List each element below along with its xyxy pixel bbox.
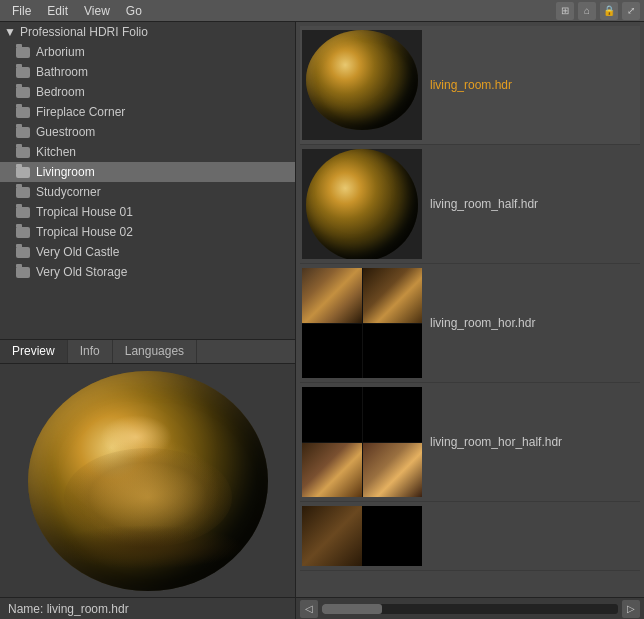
strips-half-thumb [302, 387, 422, 497]
sidebar-item-label: Bedroom [36, 85, 85, 99]
menu-file[interactable]: File [4, 2, 39, 20]
folder-icon [16, 247, 30, 258]
monitor-icon[interactable]: ⊞ [556, 2, 574, 20]
sidebar-item-label: Livingroom [36, 165, 95, 179]
strip-cell-2 [302, 324, 362, 379]
thumbnail-row-4[interactable] [300, 502, 640, 571]
sidebar-item-fireplace[interactable]: Fireplace Corner [0, 102, 295, 122]
sidebar-item-label: Very Old Castle [36, 245, 119, 259]
menu-edit[interactable]: Edit [39, 2, 76, 20]
sidebar-item-label: Tropical House 01 [36, 205, 133, 219]
thumbnail-row-0[interactable]: living_room.hdr [300, 26, 640, 145]
sidebar-item-label: Kitchen [36, 145, 76, 159]
folder-icon [16, 267, 30, 278]
menu-view[interactable]: View [76, 2, 118, 20]
strip-cell-3 [363, 324, 423, 379]
file-tree[interactable]: ▼ Professional HDRI Folio Arborium Bathr… [0, 22, 295, 339]
folder-icon [16, 67, 30, 78]
preview-sphere-image [28, 371, 268, 591]
sphere-floor [52, 525, 244, 569]
strip-cell-h0 [302, 387, 362, 442]
strip-cell-0 [302, 268, 362, 323]
sidebar-item-label: Bathroom [36, 65, 88, 79]
sidebar-item-label: Arborium [36, 45, 85, 59]
partial-cell-1 [362, 506, 422, 566]
menu-bar: File Edit View Go ⊞ ⌂ 🔒 ⤢ [0, 0, 644, 22]
thumbnail-label-0: living_room.hdr [430, 78, 512, 92]
strips-thumb [302, 268, 422, 378]
sidebar-item-guestroom[interactable]: Guestroom [0, 122, 295, 142]
scrollbar-thumb[interactable] [322, 604, 382, 614]
partial-strips [302, 506, 422, 566]
strip-cell-h2 [302, 443, 362, 498]
sidebar-item-tropical2[interactable]: Tropical House 02 [0, 222, 295, 242]
tab-bar: Preview Info Languages [0, 340, 295, 364]
sidebar-item-label: Very Old Storage [36, 265, 127, 279]
house-icon[interactable]: ⌂ [578, 2, 596, 20]
tab-preview[interactable]: Preview [0, 340, 68, 363]
tree-root[interactable]: ▼ Professional HDRI Folio [0, 22, 295, 42]
collapse-arrow: ▼ [4, 25, 16, 39]
sidebar-item-label: Studycorner [36, 185, 101, 199]
folder-icon [16, 167, 30, 178]
folder-icon [16, 187, 30, 198]
half-sphere-thumb [306, 149, 418, 259]
folder-icon [16, 227, 30, 238]
bottom-section: Preview Info Languages Name: living_room… [0, 339, 295, 619]
sidebar-item-tropical1[interactable]: Tropical House 01 [0, 202, 295, 222]
folder-icon [16, 87, 30, 98]
preview-area [0, 364, 295, 597]
thumbnails-area[interactable]: living_room.hdr living_room_half.hdr [296, 22, 644, 597]
folder-icon [16, 127, 30, 138]
main-layout: ▼ Professional HDRI Folio Arborium Bathr… [0, 22, 644, 619]
thumbnail-image-2 [302, 268, 422, 378]
strip-cell-h1 [363, 387, 423, 442]
sidebar-item-label: Tropical House 02 [36, 225, 133, 239]
sidebar-item-very-old-storage[interactable]: Very Old Storage [0, 262, 295, 282]
thumbnail-label-1: living_room_half.hdr [430, 197, 538, 211]
menu-go[interactable]: Go [118, 2, 150, 20]
preview-filename: Name: living_room.hdr [8, 602, 129, 616]
sidebar-item-bathroom[interactable]: Bathroom [0, 62, 295, 82]
sidebar-item-studycorner[interactable]: Studycorner [0, 182, 295, 202]
tab-languages[interactable]: Languages [113, 340, 197, 363]
expand-icon[interactable]: ⤢ [622, 2, 640, 20]
progress-bar [322, 604, 618, 614]
right-bottom-bar: ◁ ▷ [296, 597, 644, 619]
thumbnail-image-1 [302, 149, 422, 259]
folder-icon [16, 207, 30, 218]
forward-icon[interactable]: ▷ [622, 600, 640, 618]
thumbnail-label-3: living_room_hor_half.hdr [430, 435, 562, 449]
left-panel: ▼ Professional HDRI Folio Arborium Bathr… [0, 22, 296, 619]
back-icon[interactable]: ◁ [300, 600, 318, 618]
right-panel: living_room.hdr living_room_half.hdr [296, 22, 644, 619]
sidebar-item-livingroom[interactable]: Livingroom [0, 162, 295, 182]
name-bar: Name: living_room.hdr [0, 597, 295, 619]
sidebar-item-label: Fireplace Corner [36, 105, 125, 119]
folder-icon [16, 47, 30, 58]
sidebar-item-kitchen[interactable]: Kitchen [0, 142, 295, 162]
strip-cell-1 [363, 268, 423, 323]
sidebar-item-arborium[interactable]: Arborium [0, 42, 295, 62]
menubar-right-icons: ⊞ ⌂ 🔒 ⤢ [556, 2, 640, 20]
tree-root-label: Professional HDRI Folio [20, 25, 148, 39]
partial-cell-0 [302, 506, 362, 566]
thumbnail-row-2[interactable]: living_room_hor.hdr [300, 264, 640, 383]
thumbnail-label-2: living_room_hor.hdr [430, 316, 535, 330]
lock-icon[interactable]: 🔒 [600, 2, 618, 20]
strip-cell-h3 [363, 443, 423, 498]
thumbnail-row-3[interactable]: living_room_hor_half.hdr [300, 383, 640, 502]
thumbnail-image-4 [302, 506, 422, 566]
tab-info[interactable]: Info [68, 340, 113, 363]
sidebar-item-very-old-castle[interactable]: Very Old Castle [0, 242, 295, 262]
thumbnail-image-0 [302, 30, 422, 140]
folder-icon [16, 147, 30, 158]
thumbnail-image-3 [302, 387, 422, 497]
sidebar-item-bedroom[interactable]: Bedroom [0, 82, 295, 102]
thumbnail-row-1[interactable]: living_room_half.hdr [300, 145, 640, 264]
sidebar-item-label: Guestroom [36, 125, 95, 139]
sphere-thumb [306, 30, 418, 130]
folder-icon [16, 107, 30, 118]
